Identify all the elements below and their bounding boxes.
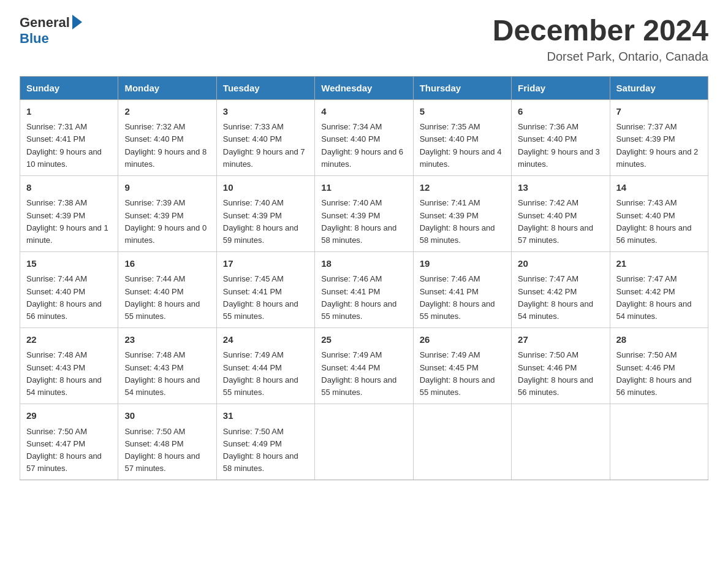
day-number: 31 bbox=[223, 409, 308, 423]
calendar-cell: 31Sunrise: 7:50 AMSunset: 4:49 PMDayligh… bbox=[216, 404, 314, 480]
calendar-cell: 25Sunrise: 7:49 AMSunset: 4:44 PMDayligh… bbox=[315, 327, 413, 404]
calendar-cell: 1Sunrise: 7:31 AMSunset: 4:41 PMDaylight… bbox=[20, 99, 118, 175]
day-info: Sunrise: 7:44 AMSunset: 4:40 PMDaylight:… bbox=[124, 273, 210, 323]
calendar-cell: 15Sunrise: 7:44 AMSunset: 4:40 PMDayligh… bbox=[20, 251, 118, 327]
calendar-cell: 11Sunrise: 7:40 AMSunset: 4:39 PMDayligh… bbox=[315, 175, 413, 251]
day-number: 20 bbox=[518, 257, 603, 271]
day-number: 17 bbox=[223, 257, 308, 271]
day-number: 10 bbox=[223, 181, 308, 195]
day-info: Sunrise: 7:47 AMSunset: 4:42 PMDaylight:… bbox=[616, 273, 702, 323]
day-number: 13 bbox=[518, 181, 603, 195]
logo-text: General bbox=[20, 15, 82, 31]
day-info: Sunrise: 7:48 AMSunset: 4:43 PMDaylight:… bbox=[26, 349, 112, 399]
day-number: 21 bbox=[616, 257, 702, 271]
day-info: Sunrise: 7:41 AMSunset: 4:39 PMDaylight:… bbox=[420, 197, 505, 247]
header-sunday: Sunday bbox=[20, 76, 118, 99]
title-section: December 2024 Dorset Park, Ontario, Cana… bbox=[493, 15, 708, 64]
day-number: 16 bbox=[124, 257, 210, 271]
day-number: 26 bbox=[420, 333, 505, 347]
day-info: Sunrise: 7:50 AMSunset: 4:46 PMDaylight:… bbox=[518, 349, 603, 399]
day-info: Sunrise: 7:50 AMSunset: 4:47 PMDaylight:… bbox=[26, 426, 112, 475]
day-info: Sunrise: 7:43 AMSunset: 4:40 PMDaylight:… bbox=[616, 197, 702, 247]
calendar-cell: 19Sunrise: 7:46 AMSunset: 4:41 PMDayligh… bbox=[413, 251, 511, 327]
calendar-cell: 30Sunrise: 7:50 AMSunset: 4:48 PMDayligh… bbox=[118, 404, 216, 480]
day-number: 30 bbox=[124, 409, 210, 423]
day-number: 4 bbox=[321, 105, 406, 119]
day-info: Sunrise: 7:49 AMSunset: 4:44 PMDaylight:… bbox=[321, 349, 406, 399]
calendar-cell: 8Sunrise: 7:38 AMSunset: 4:39 PMDaylight… bbox=[20, 175, 118, 251]
calendar-cell: 2Sunrise: 7:32 AMSunset: 4:40 PMDaylight… bbox=[118, 99, 216, 175]
day-info: Sunrise: 7:46 AMSunset: 4:41 PMDaylight:… bbox=[420, 273, 505, 323]
header-friday: Friday bbox=[512, 76, 610, 99]
day-info: Sunrise: 7:50 AMSunset: 4:48 PMDaylight:… bbox=[124, 426, 210, 475]
calendar-cell: 12Sunrise: 7:41 AMSunset: 4:39 PMDayligh… bbox=[413, 175, 511, 251]
calendar-cell: 4Sunrise: 7:34 AMSunset: 4:40 PMDaylight… bbox=[315, 99, 413, 175]
calendar-cell bbox=[610, 404, 708, 480]
day-info: Sunrise: 7:34 AMSunset: 4:40 PMDaylight:… bbox=[321, 121, 406, 170]
calendar-week-2: 8Sunrise: 7:38 AMSunset: 4:39 PMDaylight… bbox=[20, 175, 708, 251]
calendar-cell: 10Sunrise: 7:40 AMSunset: 4:39 PMDayligh… bbox=[216, 175, 314, 251]
month-title: December 2024 bbox=[493, 15, 708, 47]
calendar-cell: 5Sunrise: 7:35 AMSunset: 4:40 PMDaylight… bbox=[413, 99, 511, 175]
day-number: 12 bbox=[420, 181, 505, 195]
day-number: 22 bbox=[26, 333, 112, 347]
header-tuesday: Tuesday bbox=[216, 76, 314, 99]
calendar-cell: 21Sunrise: 7:47 AMSunset: 4:42 PMDayligh… bbox=[610, 251, 708, 327]
calendar-table: Sunday Monday Tuesday Wednesday Thursday… bbox=[20, 76, 708, 480]
day-info: Sunrise: 7:50 AMSunset: 4:46 PMDaylight:… bbox=[616, 349, 702, 399]
calendar-cell: 22Sunrise: 7:48 AMSunset: 4:43 PMDayligh… bbox=[20, 327, 118, 404]
calendar-cell bbox=[413, 404, 511, 480]
day-number: 3 bbox=[223, 105, 308, 119]
day-number: 29 bbox=[26, 409, 112, 423]
logo-arrow-icon bbox=[72, 15, 82, 29]
weekday-header-row: Sunday Monday Tuesday Wednesday Thursday… bbox=[20, 76, 708, 99]
header-wednesday: Wednesday bbox=[315, 76, 413, 99]
day-number: 15 bbox=[26, 257, 112, 271]
header-monday: Monday bbox=[118, 76, 216, 99]
day-number: 18 bbox=[321, 257, 406, 271]
day-info: Sunrise: 7:40 AMSunset: 4:39 PMDaylight:… bbox=[223, 197, 308, 247]
header-saturday: Saturday bbox=[610, 76, 708, 99]
day-info: Sunrise: 7:40 AMSunset: 4:39 PMDaylight:… bbox=[321, 197, 406, 247]
day-info: Sunrise: 7:35 AMSunset: 4:40 PMDaylight:… bbox=[420, 121, 505, 170]
calendar-cell: 16Sunrise: 7:44 AMSunset: 4:40 PMDayligh… bbox=[118, 251, 216, 327]
day-info: Sunrise: 7:49 AMSunset: 4:45 PMDaylight:… bbox=[420, 349, 505, 399]
day-number: 25 bbox=[321, 333, 406, 347]
day-info: Sunrise: 7:49 AMSunset: 4:44 PMDaylight:… bbox=[223, 349, 308, 399]
day-info: Sunrise: 7:46 AMSunset: 4:41 PMDaylight:… bbox=[321, 273, 406, 323]
logo-blue-text: Blue bbox=[20, 31, 49, 47]
calendar-cell bbox=[315, 404, 413, 480]
day-number: 6 bbox=[518, 105, 603, 119]
calendar-cell: 7Sunrise: 7:37 AMSunset: 4:39 PMDaylight… bbox=[610, 99, 708, 175]
calendar-cell: 28Sunrise: 7:50 AMSunset: 4:46 PMDayligh… bbox=[610, 327, 708, 404]
day-info: Sunrise: 7:45 AMSunset: 4:41 PMDaylight:… bbox=[223, 273, 308, 323]
location-text: Dorset Park, Ontario, Canada bbox=[493, 50, 708, 64]
day-number: 9 bbox=[124, 181, 210, 195]
day-number: 14 bbox=[616, 181, 702, 195]
day-number: 8 bbox=[26, 181, 112, 195]
day-info: Sunrise: 7:48 AMSunset: 4:43 PMDaylight:… bbox=[124, 349, 210, 399]
day-info: Sunrise: 7:42 AMSunset: 4:40 PMDaylight:… bbox=[518, 197, 603, 247]
calendar-cell: 20Sunrise: 7:47 AMSunset: 4:42 PMDayligh… bbox=[512, 251, 610, 327]
day-info: Sunrise: 7:36 AMSunset: 4:40 PMDaylight:… bbox=[518, 121, 603, 170]
day-number: 28 bbox=[616, 333, 702, 347]
calendar-cell: 24Sunrise: 7:49 AMSunset: 4:44 PMDayligh… bbox=[216, 327, 314, 404]
page-header: General Blue December 2024 Dorset Park, … bbox=[20, 15, 708, 64]
calendar-cell: 3Sunrise: 7:33 AMSunset: 4:40 PMDaylight… bbox=[216, 99, 314, 175]
day-number: 7 bbox=[616, 105, 702, 119]
day-number: 23 bbox=[124, 333, 210, 347]
calendar-cell: 29Sunrise: 7:50 AMSunset: 4:47 PMDayligh… bbox=[20, 404, 118, 480]
header-thursday: Thursday bbox=[413, 76, 511, 99]
day-number: 1 bbox=[26, 105, 112, 119]
logo-general-text: General bbox=[20, 15, 70, 31]
day-info: Sunrise: 7:32 AMSunset: 4:40 PMDaylight:… bbox=[124, 121, 210, 170]
day-number: 27 bbox=[518, 333, 603, 347]
day-number: 24 bbox=[223, 333, 308, 347]
day-number: 11 bbox=[321, 181, 406, 195]
calendar-cell: 27Sunrise: 7:50 AMSunset: 4:46 PMDayligh… bbox=[512, 327, 610, 404]
calendar-week-3: 15Sunrise: 7:44 AMSunset: 4:40 PMDayligh… bbox=[20, 251, 708, 327]
calendar-week-1: 1Sunrise: 7:31 AMSunset: 4:41 PMDaylight… bbox=[20, 99, 708, 175]
day-number: 2 bbox=[124, 105, 210, 119]
calendar-cell: 13Sunrise: 7:42 AMSunset: 4:40 PMDayligh… bbox=[512, 175, 610, 251]
day-number: 19 bbox=[420, 257, 505, 271]
